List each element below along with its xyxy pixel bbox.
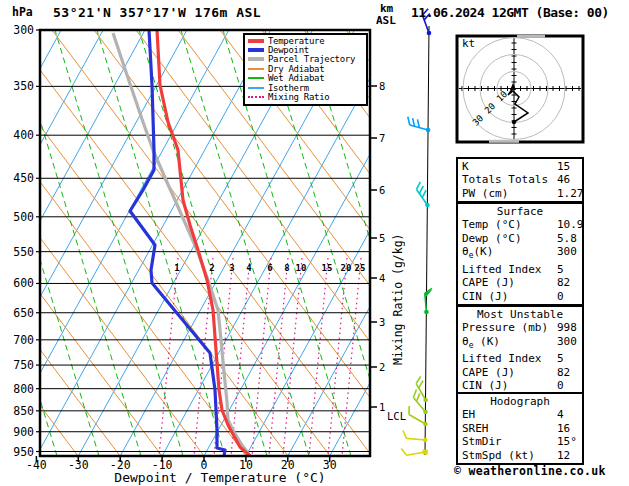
table-row: CAPE (J)82	[462, 366, 578, 379]
wind-barb-glyph	[414, 182, 433, 205]
pressure-tick-label: 500	[13, 210, 34, 224]
pressure-tick-label: 900	[13, 425, 34, 439]
mixing-ratio-label: 15	[322, 263, 333, 273]
mixing-ratio-line	[231, 258, 250, 456]
wind-prong	[401, 448, 406, 456]
table-label: θe (K)	[462, 335, 500, 348]
table-label: CIN (J)	[462, 290, 508, 303]
mixing-ratio-line	[328, 258, 347, 456]
table-row: Lifted Index5	[462, 352, 578, 365]
km-tick-label: 3	[379, 316, 385, 328]
legend-item: Mixing Ratio	[247, 92, 366, 101]
temp-tick-label: -30	[68, 458, 89, 472]
km-tick-label: 6	[379, 184, 385, 196]
wind-barb-column	[401, 9, 436, 456]
legend-swatch	[248, 87, 264, 89]
wind-barb	[424, 288, 434, 314]
wind-barb-glyph	[424, 288, 434, 312]
table-value: 0	[557, 290, 564, 303]
legend-item: Temperature	[247, 36, 366, 45]
indices-table: K15Totals Totals46PW (cm)1.27	[456, 157, 584, 203]
pressure-axis-unit: hPa	[12, 5, 33, 19]
legend-swatch	[248, 77, 264, 79]
table-row: Dewp (°C)5.8	[462, 232, 578, 245]
mixing-ratio-line	[309, 258, 328, 456]
table-header: Surface	[462, 205, 578, 218]
legend-swatch	[248, 96, 264, 98]
table-value: 5	[557, 352, 564, 365]
legend-item: Dry Adiabat	[247, 64, 366, 73]
sounding-curves	[113, 30, 250, 456]
table-value: 1.27	[557, 187, 584, 200]
wind-barb-shaft	[409, 415, 425, 425]
wind-barb-glyph	[406, 117, 430, 130]
table-row: K15	[462, 160, 578, 173]
table-value: 12	[557, 449, 570, 462]
mixing-ratio-line	[283, 258, 302, 456]
table-value: 16	[557, 422, 570, 435]
table-value: 998	[557, 321, 577, 334]
table-label: Temp (°C)	[462, 218, 522, 231]
pressure-tick-label: 450	[13, 171, 34, 185]
wet-adiabat-line	[55, 30, 183, 456]
pressure-tick-label: 750	[13, 358, 34, 372]
lcl-label: LCL	[387, 410, 406, 422]
table-label: K	[462, 160, 469, 173]
km-tick-label: 5	[379, 232, 385, 244]
table-row: PW (cm)1.27	[462, 187, 578, 200]
table-label: CIN (J)	[462, 379, 508, 392]
mixing-ratio-label: 6	[267, 263, 272, 273]
table-label: SREH	[462, 422, 489, 435]
km-tick-label: 8	[379, 80, 385, 92]
table-label: CAPE (J)	[462, 276, 515, 289]
table-label: PW (cm)	[462, 187, 508, 200]
temp-tick-label: -40	[26, 458, 47, 472]
table-label: CAPE (J)	[462, 366, 515, 379]
table-value: 300	[557, 335, 577, 348]
table-value: 5.8	[557, 232, 577, 245]
mixing-ratio-label: 3	[229, 263, 234, 273]
table-row: CIN (J)0	[462, 290, 578, 303]
datetime-title: 11.06.2024 12GMT (Base: 00)	[411, 5, 609, 20]
skewt-sounding-page: 1234681015202530035040045050055060065070…	[0, 0, 629, 486]
altitude-axis-unit-asl: ASL	[376, 14, 396, 27]
pressure-tick-label: 650	[13, 306, 34, 320]
km-tick-label: 1	[379, 401, 385, 413]
table-value: 82	[557, 276, 570, 289]
wind-staff-line	[425, 26, 429, 455]
surface-table: SurfaceTemp (°C)10.9Dewp (°C)5.8θe(K)300…	[456, 202, 584, 306]
mixing-ratio-axis-label: Mixing Ratio (g/kg)	[391, 223, 405, 365]
table-row: StmSpd (kt)12	[462, 449, 578, 462]
table-row: CIN (J)0	[462, 379, 578, 392]
dry-adiabat-line	[0, 30, 246, 456]
table-row: Temp (°C)10.9	[462, 218, 578, 231]
km-tick-label: 7	[379, 132, 385, 144]
table-value: 82	[557, 366, 570, 379]
legend-swatch	[248, 68, 264, 70]
legend-item: Parcel Trajectory	[247, 55, 366, 64]
theta-e-subscript: e	[469, 341, 474, 350]
table-row: Lifted Index5	[462, 263, 578, 276]
legend-item: Wet Adiabat	[247, 74, 366, 83]
wind-barb-glyph	[402, 431, 426, 440]
table-value: 0	[557, 379, 564, 392]
mixing-ratio-line	[269, 258, 288, 456]
wind-prong	[406, 117, 412, 125]
table-label: EH	[462, 408, 475, 421]
table-row: StmDir15°	[462, 435, 578, 448]
legend-label: Mixing Ratio	[268, 92, 329, 102]
mixing-ratio-label: 8	[284, 263, 289, 273]
hodograph-trace-end-dot	[512, 120, 516, 124]
wind-barb-glyph	[401, 445, 425, 456]
km-tick-label: 4	[379, 272, 385, 284]
legend-swatch	[248, 57, 264, 61]
table-header: Most Unstable	[462, 308, 578, 321]
table-row: SREH16	[462, 422, 578, 435]
table-value: 4	[557, 408, 564, 421]
table-row: θe(K)300	[462, 245, 578, 263]
pressure-tick-label: 600	[13, 276, 34, 290]
mixing-ratio-line	[342, 258, 361, 456]
table-label: Dewp (°C)	[462, 232, 522, 245]
table-value: 15°	[557, 435, 577, 448]
mixing-ratio-label: 2	[209, 263, 214, 273]
